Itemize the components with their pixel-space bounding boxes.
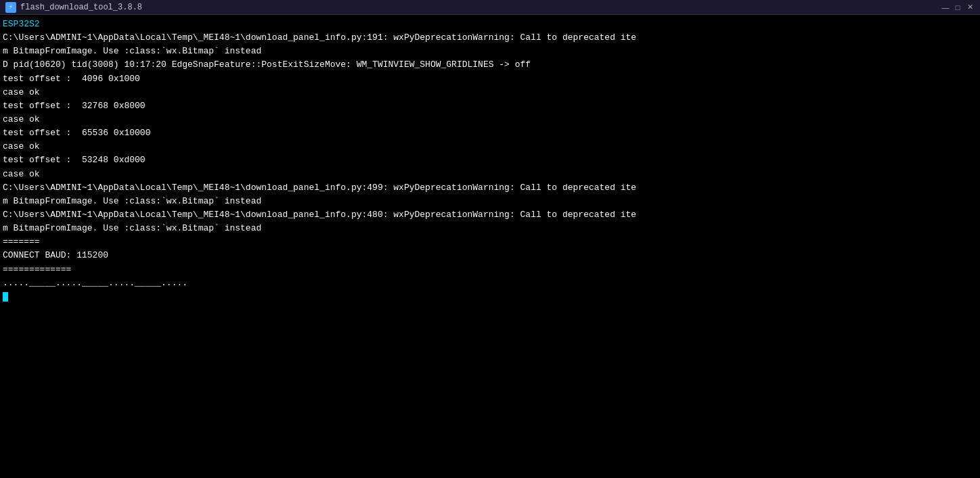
console-line: case ok bbox=[3, 168, 977, 181]
close-button[interactable]: ✕ bbox=[965, 3, 975, 12]
console-line: m BitmapFromImage. Use :class:`wx.Bitmap… bbox=[3, 222, 977, 235]
console-line: C:\Users\ADMINI~1\AppData\Local\Temp\_ME… bbox=[3, 181, 977, 195]
maximize-button[interactable]: □ bbox=[953, 3, 962, 12]
console-line: m BitmapFromImage. Use :class:`wx.Bitmap… bbox=[3, 45, 977, 58]
title-bar: ⚡ flash_download_tool_3.8.8 — □ ✕ bbox=[0, 0, 980, 15]
console-line: test offset : 53248 0xd000 bbox=[3, 153, 977, 167]
console-line: ESP32S2 bbox=[3, 18, 977, 31]
console-line: case ok bbox=[3, 140, 977, 153]
console-cursor-line bbox=[3, 290, 977, 304]
console-line: case ok bbox=[3, 113, 977, 126]
console-line: ======= bbox=[3, 235, 977, 249]
minimize-button[interactable]: — bbox=[941, 3, 950, 12]
console-line: test offset : 32768 0x8000 bbox=[3, 99, 977, 113]
console-line: C:\Users\ADMINI~1\AppData\Local\Temp\_ME… bbox=[3, 31, 977, 45]
console-line: ============= bbox=[3, 263, 977, 277]
console-line: test offset : 4096 0x1000 bbox=[3, 72, 977, 86]
console-line: D pid(10620) tid(3008) 10:17:20 EdgeSnap… bbox=[3, 58, 977, 72]
console-line: case ok bbox=[3, 86, 977, 99]
app-icon: ⚡ bbox=[5, 2, 16, 13]
console-line: m BitmapFromImage. Use :class:`wx.Bitmap… bbox=[3, 195, 977, 208]
title-bar-text: flash_download_tool_3.8.8 bbox=[20, 3, 937, 12]
title-bar-controls: — □ ✕ bbox=[941, 3, 975, 12]
cursor bbox=[3, 292, 8, 302]
console-area: ESP32S2C:\Users\ADMINI~1\AppData\Local\T… bbox=[0, 15, 980, 478]
console-line: test offset : 65536 0x10000 bbox=[3, 126, 977, 140]
console-line: CONNECT BAUD: 115200 bbox=[3, 249, 977, 262]
console-line: C:\Users\ADMINI~1\AppData\Local\Temp\_ME… bbox=[3, 208, 977, 222]
console-line: ....._____....._____....._____..... bbox=[3, 277, 977, 290]
